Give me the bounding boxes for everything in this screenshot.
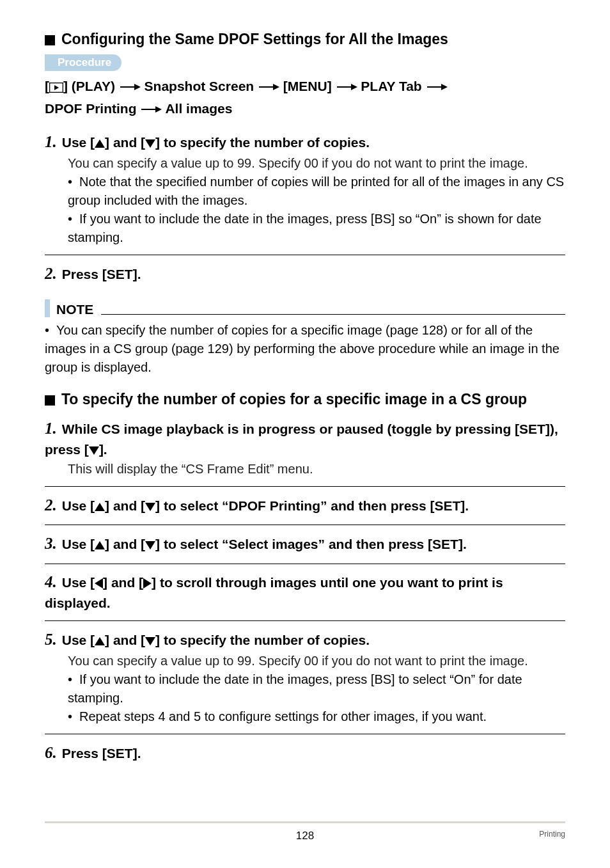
breadcrumb: [] (PLAY) Snapshot Screen [MENU] PLAY Ta…: [45, 76, 565, 118]
svg-marker-5: [273, 84, 279, 90]
note-label: NOTE: [56, 302, 101, 317]
down-triangle-icon: [145, 139, 155, 148]
bc-play: [] (PLAY): [45, 79, 119, 93]
step-1-head: 1.Use [] and [] to specify the number of…: [45, 130, 565, 154]
arrow-right-icon: [140, 105, 162, 114]
procedure-label: Procedure: [45, 54, 565, 71]
step-1-bullet-2: •If you want to include the date in the …: [68, 210, 565, 247]
step-2: 2.Press [SET].: [45, 262, 565, 286]
down-triangle-icon: [145, 541, 155, 549]
step-2-head: 2.Press [SET].: [45, 262, 565, 286]
footer-section: Printing: [539, 830, 565, 839]
step-number: 6.: [45, 744, 57, 761]
arrow-right-icon: [258, 83, 279, 91]
step-number: 5.: [45, 631, 57, 648]
down-triangle-icon: [89, 446, 99, 455]
divider: [45, 734, 565, 734]
s2-step-1-body: This will display the “CS Frame Edit” me…: [68, 460, 565, 478]
s2-step-6-head: 6.Press [SET].: [45, 741, 565, 765]
down-triangle-icon: [145, 637, 155, 645]
up-triangle-icon: [95, 637, 105, 645]
heading-specify-cs: To specify the number of copies for a sp…: [45, 391, 565, 408]
up-triangle-icon: [95, 503, 105, 511]
heading-text: Configuring the Same DPOF Settings for A…: [61, 31, 448, 47]
divider: [45, 564, 565, 564]
step-number: 2.: [45, 265, 57, 282]
s2-step-5-bullet-1: •If you want to include the date in the …: [68, 670, 565, 707]
svg-marker-9: [441, 84, 448, 90]
procedure-pill: Procedure: [50, 54, 121, 71]
step-1-body: You can specify a value up to 99. Specif…: [68, 154, 565, 173]
divider: [45, 486, 565, 487]
bc-allimages: All images: [165, 101, 232, 116]
step-1-bullet-1: •Note that the specified number of copie…: [68, 173, 565, 210]
svg-marker-3: [134, 84, 141, 90]
divider: [45, 255, 565, 255]
bc-playtab: PLAY Tab: [361, 79, 421, 93]
note-header: NOTE: [45, 299, 565, 317]
svg-marker-11: [155, 106, 162, 113]
s2-step-5-body: You can specify a value up to 99. Specif…: [68, 652, 565, 670]
arrow-right-icon: [426, 83, 448, 91]
note-bar-icon: [45, 299, 50, 317]
step-number: 4.: [45, 573, 57, 590]
step-number: 3.: [45, 535, 57, 552]
arrow-right-icon: [336, 83, 357, 91]
divider: [45, 525, 565, 525]
s2-step-5-head: 5.Use [] and [] to specify the number of…: [45, 627, 565, 652]
s2-step-1-head: 1.While CS image playback is in progress…: [45, 417, 565, 460]
heading-text: To specify the number of copies for a sp…: [61, 391, 527, 407]
step-number: 2.: [45, 496, 57, 514]
note-rule: [101, 314, 565, 315]
page-number: 128: [296, 830, 314, 842]
note-body: •You can specify the number of copies fo…: [45, 321, 565, 377]
s2-step-3: 3.Use [] and [] to select “Select images…: [45, 532, 565, 556]
bc-menu: [MENU]: [283, 79, 332, 93]
up-triangle-icon: [95, 541, 105, 549]
s2-step-5-bullet-2: •Repeat steps 4 and 5 to configure setti…: [68, 707, 565, 726]
bc-dpof: DPOF Printing: [45, 101, 137, 116]
step-1: 1.Use [] and [] to specify the number of…: [45, 130, 565, 247]
square-bullet-icon: [45, 35, 55, 45]
svg-marker-1: [54, 85, 59, 90]
play-mode-icon: [49, 78, 63, 99]
s2-step-4: 4.Use [] and [] to scroll through images…: [45, 571, 565, 613]
up-triangle-icon: [95, 139, 105, 148]
bc-snapshot: Snapshot Screen: [145, 79, 254, 93]
down-triangle-icon: [145, 503, 155, 511]
arrow-right-icon: [119, 83, 141, 91]
footer-divider: [45, 821, 565, 823]
s2-step-2-head: 2.Use [] and [] to select “DPOF Printing…: [45, 493, 565, 517]
s2-step-5: 5.Use [] and [] to specify the number of…: [45, 627, 565, 726]
procedure-bar-icon: [45, 54, 50, 71]
heading-configuring: Configuring the Same DPOF Settings for A…: [45, 31, 565, 48]
square-bullet-icon: [45, 395, 55, 406]
left-triangle-icon: [95, 578, 103, 588]
step-number: 1.: [45, 420, 57, 437]
s2-step-6: 6.Press [SET].: [45, 741, 565, 765]
s2-step-1: 1.While CS image playback is in progress…: [45, 417, 565, 478]
s2-step-4-head: 4.Use [] and [] to scroll through images…: [45, 571, 565, 613]
page-footer: 128 Printing: [0, 821, 610, 842]
step-number: 1.: [45, 133, 57, 150]
divider: [45, 620, 565, 621]
svg-marker-7: [351, 84, 357, 90]
s2-step-2: 2.Use [] and [] to select “DPOF Printing…: [45, 493, 565, 517]
right-triangle-icon: [143, 578, 152, 588]
s2-step-3-head: 3.Use [] and [] to select “Select images…: [45, 532, 565, 556]
